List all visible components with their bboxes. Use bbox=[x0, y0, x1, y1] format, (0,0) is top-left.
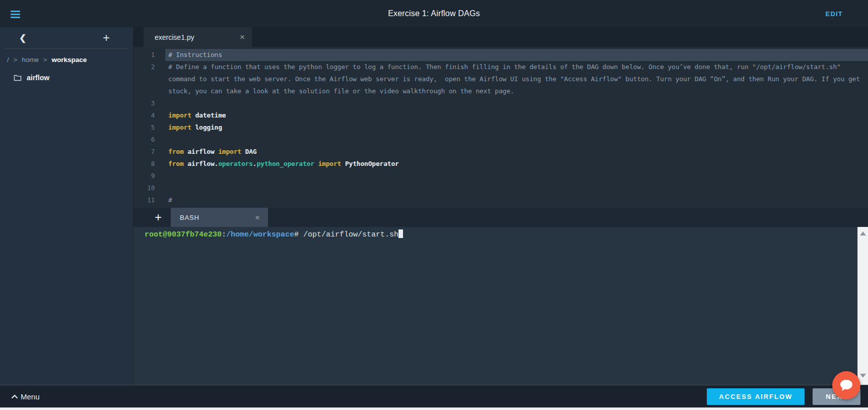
hamburger-bar bbox=[11, 14, 20, 15]
code-line: 1# Instructions bbox=[133, 49, 868, 61]
top-bar: Exercise 1: Airflow DAGs EDIT bbox=[0, 0, 868, 27]
code-text: # bbox=[165, 194, 868, 206]
prompt-text: : bbox=[222, 230, 226, 239]
line-number: 11 bbox=[133, 194, 161, 206]
back-chevron-icon[interactable]: ❮ bbox=[19, 34, 26, 42]
line-number: 5 bbox=[133, 122, 161, 134]
code-text: # Define a function that uses the python… bbox=[165, 61, 868, 97]
code-text bbox=[165, 170, 868, 182]
new-file-plus-icon[interactable]: + bbox=[103, 32, 110, 44]
code-line: 2# Define a function that uses the pytho… bbox=[133, 61, 868, 97]
terminal[interactable]: root@9037fb74e230:/home/workspace# /opt/… bbox=[133, 227, 868, 385]
line-number: 8 bbox=[133, 158, 161, 170]
code-token-kw: import bbox=[168, 124, 191, 131]
file-item-airflow[interactable]: airflow bbox=[14, 74, 133, 82]
code-token-kw: from bbox=[168, 148, 184, 155]
code-token-plain: airflow. bbox=[184, 160, 219, 167]
code-token-plain: DAG bbox=[241, 148, 257, 155]
terminal-tab-bar: + BASH × bbox=[133, 208, 868, 227]
code-token-comment: # bbox=[168, 196, 172, 204]
code-line: 7from airflow import DAG bbox=[133, 146, 868, 158]
code-token-plain: airflow bbox=[184, 148, 219, 155]
prompt-cwd: /home/workspace bbox=[226, 230, 294, 239]
hamburger-bar bbox=[11, 17, 20, 18]
code-token-plain: logging bbox=[191, 124, 222, 131]
code-token-kw: import bbox=[218, 148, 241, 155]
prompt-text: # bbox=[294, 230, 303, 239]
tab-close-icon[interactable]: × bbox=[240, 33, 245, 41]
code-token-kw: import bbox=[318, 160, 341, 167]
editor-tab-bar: exercise1.py × bbox=[133, 27, 868, 47]
code-text-active-line: # Instructions bbox=[165, 49, 868, 61]
app-window: Exercise 1: Airflow DAGs EDIT ❮ + / > ho… bbox=[0, 0, 868, 410]
tab-exercise1-py[interactable]: exercise1.py × bbox=[144, 27, 252, 47]
breadcrumb-home[interactable]: home bbox=[22, 56, 39, 64]
edit-button[interactable]: EDIT bbox=[826, 0, 843, 27]
sidebar-header: ❮ + bbox=[4, 27, 129, 49]
line-number: 4 bbox=[133, 109, 161, 122]
page-bottom-strip bbox=[0, 407, 868, 410]
code-line: 11# bbox=[133, 194, 868, 206]
code-editor[interactable]: 1# Instructions2# Define a function that… bbox=[133, 47, 868, 208]
code-text bbox=[165, 182, 868, 194]
line-number: 3 bbox=[133, 97, 161, 109]
editor-panel: exercise1.py × 1# Instructions2# Define … bbox=[133, 27, 868, 385]
folder-icon bbox=[14, 74, 22, 81]
breadcrumb-separator: > bbox=[14, 56, 18, 64]
code-line: 3 bbox=[133, 97, 868, 109]
chevron-up-icon bbox=[11, 394, 18, 399]
menu-button[interactable]: Menu bbox=[11, 392, 40, 401]
terminal-cursor bbox=[398, 229, 403, 238]
terminal-prompt: root@9037fb74e230:/home/workspace# /opt/… bbox=[133, 227, 868, 240]
code-token-kw: from bbox=[168, 160, 184, 167]
menu-label: Menu bbox=[21, 392, 40, 401]
scroll-up-arrow-icon[interactable] bbox=[860, 231, 866, 236]
tab-label: exercise1.py bbox=[155, 33, 240, 41]
line-number: 1 bbox=[133, 49, 161, 61]
code-line: 10 bbox=[133, 182, 868, 194]
code-text: from airflow.operators.python_operator i… bbox=[165, 158, 868, 170]
line-number: 10 bbox=[133, 182, 161, 194]
code-text: import datetime bbox=[165, 109, 868, 122]
line-number: 2 bbox=[133, 61, 161, 97]
code-text bbox=[165, 97, 868, 109]
code-line: 6 bbox=[133, 134, 868, 146]
code-token-attr: python_operator bbox=[256, 160, 314, 167]
new-terminal-plus-icon[interactable]: + bbox=[152, 211, 165, 223]
code-text: from airflow import DAG bbox=[165, 146, 868, 158]
tab-bash[interactable]: BASH × bbox=[171, 208, 268, 227]
code-line: 9 bbox=[133, 170, 868, 182]
prompt-user-host: root@9037fb74e230 bbox=[145, 230, 222, 239]
file-sidebar: ❮ + / > home > workspace airflow bbox=[0, 27, 133, 385]
bash-tab-close-icon[interactable]: × bbox=[255, 213, 260, 222]
file-name: airflow bbox=[27, 74, 49, 82]
code-token-comment: # Instructions bbox=[168, 51, 222, 58]
footer-bar: Menu ACCESS AIRFLOW NEXT bbox=[0, 385, 868, 407]
chat-widget-button[interactable] bbox=[832, 371, 860, 399]
code-token-comment: # Define a function that uses the python… bbox=[168, 63, 863, 95]
code-token-kw: import bbox=[168, 111, 191, 119]
code-line: 5import logging bbox=[133, 122, 868, 134]
code-line: 4import datetime bbox=[133, 109, 868, 122]
code-token-attr: operators bbox=[218, 160, 253, 167]
breadcrumb-separator: > bbox=[43, 56, 47, 64]
page-title: Exercise 1: Airflow DAGs bbox=[0, 9, 868, 18]
breadcrumb: / > home > workspace bbox=[7, 56, 133, 64]
line-number: 7 bbox=[133, 146, 161, 158]
line-number: 6 bbox=[133, 134, 161, 146]
terminal-scrollbar[interactable] bbox=[857, 227, 868, 385]
code-line: 8from airflow.operators.python_operator … bbox=[133, 158, 868, 170]
terminal-command: /opt/airflow/start.sh bbox=[303, 230, 398, 239]
breadcrumb-root[interactable]: / bbox=[7, 56, 9, 64]
code-token-plain: datetime bbox=[191, 111, 226, 119]
bash-tab-label: BASH bbox=[180, 214, 255, 221]
code-token-plain: PythonOperator bbox=[341, 160, 398, 167]
code-text: import logging bbox=[165, 122, 868, 134]
hamburger-menu-icon[interactable] bbox=[9, 8, 22, 20]
chat-bubble-icon bbox=[839, 379, 853, 392]
scroll-down-arrow-icon[interactable] bbox=[860, 374, 866, 378]
breadcrumb-current: workspace bbox=[51, 56, 87, 64]
code-text bbox=[165, 134, 868, 146]
hamburger-bar bbox=[11, 11, 20, 12]
access-airflow-button[interactable]: ACCESS AIRFLOW bbox=[707, 388, 805, 405]
